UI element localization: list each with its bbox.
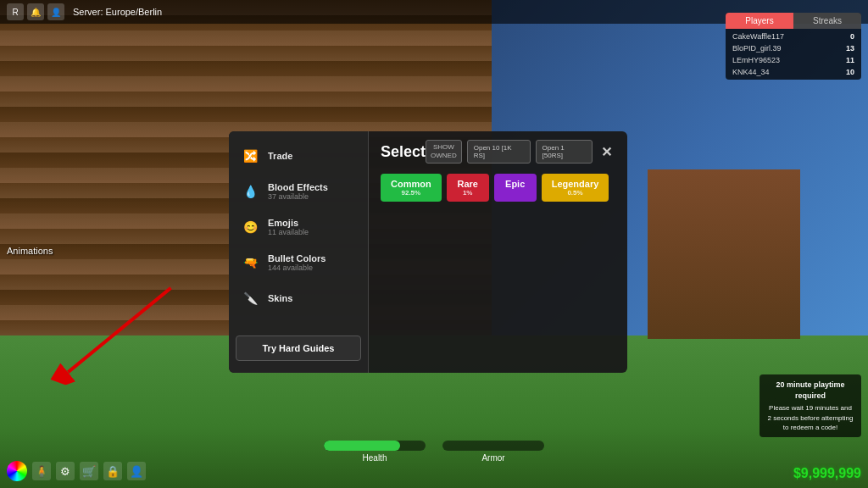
notifications-icon[interactable]: 🔔 [27, 3, 44, 20]
bottom-left-toolbar: 🧍 ⚙ 🛒 🔒 👤 [7, 461, 146, 481]
dialog-header: Select SHOWOWNED Open 10 [1K RS] Open 1 … [381, 140, 615, 164]
player-row: KNK44_34 10 [726, 66, 861, 78]
rarity-buttons: Common 92.5% Rare 1% Epic Legendary 0.5% [381, 174, 615, 202]
brown-block [648, 169, 800, 339]
player-score: 10 [846, 68, 854, 76]
sidebar-item-skins[interactable]: 🔪 Skins [229, 280, 368, 316]
sidebar-item-text-blood: Blood Effects 37 available [268, 182, 328, 201]
trade-label: Trade [268, 151, 292, 161]
trade-icon: 🔀 [241, 147, 259, 165]
bullet-colors-label: Bullet Colors [268, 253, 326, 263]
rarity-rare-name: Rare [457, 179, 477, 189]
player-name: CakeWaffle117 [732, 32, 784, 41]
lock-icon[interactable]: 🔒 [103, 462, 122, 480]
show-owned-button[interactable]: SHOWOWNED [426, 140, 462, 163]
try-hard-guides-button[interactable]: Try Hard Guides [236, 336, 361, 361]
blood-effects-label: Blood Effects [268, 182, 328, 192]
player-row: BloPID_girl.39 13 [726, 42, 861, 54]
dialog-header-controls: SHOWOWNED Open 10 [1K RS] Open 1 [50RS] … [426, 140, 615, 164]
skins-label: Skins [268, 293, 292, 303]
players-panel: Players Streaks CakeWaffle117 0 BloPID_g… [726, 13, 861, 80]
dialog-content: Select SHOWOWNED Open 10 [1K RS] Open 1 … [369, 131, 627, 373]
rarity-common-name: Common [391, 179, 431, 189]
player-score: 11 [846, 56, 854, 64]
rarity-epic-button[interactable]: Epic [494, 174, 537, 202]
blood-effects-icon: 💧 [241, 182, 259, 201]
sidebar-item-trade[interactable]: 🔀 Trade [229, 138, 368, 174]
sidebar-item-text-emojis: Emojis 11 available [268, 218, 309, 236]
color-wheel-icon[interactable] [7, 461, 27, 481]
players-icon[interactable]: 👤 [127, 462, 146, 480]
svg-line-1 [68, 265, 170, 396]
bottom-right: $9,999,999 [793, 466, 861, 481]
roblox-logo-icon: R [7, 3, 24, 20]
player-row: CakeWaffle117 0 [726, 30, 861, 42]
skins-icon: 🔪 [241, 289, 259, 308]
rarity-epic-name: Epic [505, 179, 525, 189]
dialog-sidebar: 🔀 Trade 💧 Blood Effects 37 available 😊 E… [229, 131, 369, 373]
players-panel-tabs: Players Streaks [726, 13, 861, 29]
sidebar-item-text-bullets: Bullet Colors 144 available [268, 253, 326, 272]
server-label: Server: Europe/Berlin [73, 7, 162, 17]
players-list: CakeWaffle117 0 BloPID_girl.39 13 LEmHY9… [726, 29, 861, 80]
player-score: 13 [846, 44, 854, 53]
red-arrow [68, 264, 170, 403]
open-10-button[interactable]: Open 10 [1K RS] [467, 140, 531, 164]
sidebar-item-blood-effects[interactable]: 💧 Blood Effects 37 available [229, 174, 368, 209]
health-bar-container: Health [324, 441, 426, 463]
sidebar-item-text-trade: Trade [268, 151, 292, 161]
gear-icon[interactable]: ⚙ [56, 462, 75, 480]
top-bar-icons: R 🔔 👤 [7, 3, 64, 20]
shop-icon[interactable]: 🛒 [80, 462, 98, 480]
open-1-button[interactable]: Open 1 [50RS] [536, 140, 593, 164]
blood-effects-sub: 37 available [268, 192, 328, 201]
rarity-legendary-button[interactable]: Legendary 0.5% [542, 174, 609, 202]
health-bar-wrapper [324, 441, 426, 451]
money-display: $9,999,999 [793, 466, 861, 481]
health-label: Health [363, 453, 387, 463]
tab-streaks[interactable]: Streaks [793, 13, 861, 29]
rarity-rare-button[interactable]: Rare 1% [447, 174, 489, 202]
dialog-title: Select [381, 143, 426, 161]
character-icon[interactable]: 🧍 [32, 462, 51, 480]
rarity-legendary-name: Legendary [552, 179, 599, 189]
playtime-notice: 20 minute playtime required Please wait … [760, 374, 861, 437]
bottom-ui: Health Armor [0, 441, 868, 463]
main-dialog: 🔀 Trade 💧 Blood Effects 37 available 😊 E… [229, 131, 627, 373]
health-bar-fill [324, 441, 400, 451]
sidebar-item-emojis[interactable]: 😊 Emojis 11 available [229, 209, 368, 245]
emojis-icon: 😊 [241, 218, 259, 236]
playtime-title: 20 minute playtime required [766, 380, 854, 401]
armor-label: Armor [481, 453, 504, 463]
avatar-icon: 👤 [47, 3, 64, 20]
emojis-sub: 11 available [268, 228, 309, 236]
bullet-colors-sub: 144 available [268, 263, 326, 272]
sidebar-item-bullet-colors[interactable]: 🔫 Bullet Colors 144 available [229, 245, 368, 280]
player-name: KNK44_34 [732, 68, 770, 76]
sidebar-item-text-skins: Skins [268, 293, 292, 303]
player-row: LEmHY96523 11 [726, 54, 861, 66]
playtime-body: Please wait 19 minutes and 2 seconds bef… [766, 403, 854, 432]
rarity-common-pct: 92.5% [401, 189, 420, 197]
player-score: 0 [850, 32, 854, 41]
player-name: LEmHY96523 [732, 56, 780, 64]
emojis-label: Emojis [268, 218, 309, 228]
tab-players[interactable]: Players [726, 13, 793, 29]
rarity-rare-pct: 1% [463, 189, 473, 197]
animations-label: Animations [7, 246, 53, 256]
rarity-legendary-pct: 0.5% [567, 189, 582, 197]
armor-bar-container: Armor [442, 441, 544, 463]
bullet-colors-icon: 🔫 [241, 253, 259, 272]
rarity-common-button[interactable]: Common 92.5% [381, 174, 442, 202]
player-name: BloPID_girl.39 [732, 44, 782, 53]
dialog-close-button[interactable]: ✕ [598, 144, 615, 160]
armor-bar-wrapper [442, 441, 544, 451]
